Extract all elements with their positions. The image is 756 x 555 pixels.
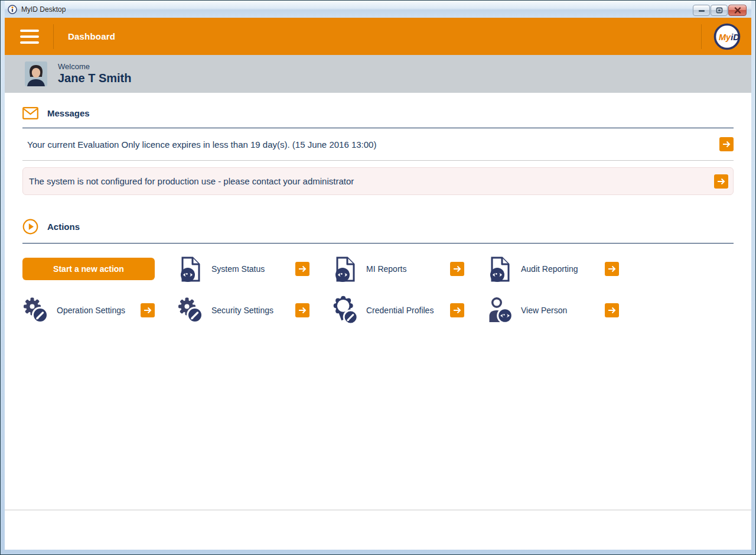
arrow-right-icon <box>450 303 464 317</box>
svg-text:MyiD: MyiD <box>719 32 739 41</box>
message-open-button[interactable] <box>714 174 728 189</box>
app-icon <box>8 5 17 14</box>
section-divider <box>22 243 734 244</box>
action-label: System Status <box>211 264 265 274</box>
welcome-label: Welcome <box>58 63 131 72</box>
action-item-security-settings[interactable]: Security Settings <box>177 297 332 324</box>
arrow-right-icon <box>295 262 309 276</box>
minimize-button[interactable] <box>693 5 710 16</box>
action-item-system-status[interactable]: System Status <box>177 255 332 283</box>
page-title: Dashboard <box>68 31 115 41</box>
messages-heading: Messages <box>22 107 734 119</box>
header-divider <box>701 24 702 49</box>
action-item-mi-reports[interactable]: MI Reports <box>332 255 487 283</box>
action-open-button[interactable] <box>295 262 309 276</box>
main-content: Messages Your current Evaluation Only li… <box>5 93 751 550</box>
action-label: Audit Reporting <box>521 264 578 274</box>
window-titlebar[interactable]: MyID Desktop <box>5 1 751 18</box>
actions-grid: Start a new action System Status MI Repo… <box>22 255 734 324</box>
menu-button[interactable] <box>20 30 39 44</box>
action-open-button[interactable] <box>141 303 155 317</box>
action-label: Operation Settings <box>57 306 125 315</box>
user-name: Jane T Smith <box>58 72 131 85</box>
report-eye-icon <box>177 255 204 283</box>
maximize-icon <box>716 7 723 14</box>
action-open-button[interactable] <box>450 303 464 317</box>
actions-heading-label: Actions <box>47 222 80 232</box>
action-item-operation-settings[interactable]: Operation Settings <box>22 297 177 324</box>
app-window: MyID Desktop Dashboard MyiD <box>0 0 756 555</box>
start-new-action-button[interactable]: Start a new action <box>22 258 155 280</box>
avatar <box>25 61 47 86</box>
message-text: The system is not configured for product… <box>29 176 354 186</box>
gear-edit-icon <box>22 297 50 324</box>
brand-logo: MyiD <box>713 23 741 50</box>
action-open-button[interactable] <box>605 303 619 317</box>
message-open-button[interactable] <box>719 137 734 151</box>
action-open-button[interactable] <box>450 262 464 276</box>
message-text: Your current Evaluation Only licence exp… <box>27 139 376 150</box>
maximize-button[interactable] <box>711 5 728 16</box>
arrow-right-icon <box>295 303 309 317</box>
messages-heading-label: Messages <box>47 108 90 118</box>
arrow-right-icon <box>450 262 464 276</box>
arrow-right-icon <box>605 262 619 276</box>
action-open-button[interactable] <box>295 303 309 317</box>
action-start-cell: Start a new action <box>22 255 177 283</box>
message-row-licence[interactable]: Your current Evaluation Only licence exp… <box>22 128 734 160</box>
welcome-bar: Welcome Jane T Smith <box>5 55 751 93</box>
window-title: MyID Desktop <box>21 5 66 14</box>
header-divider <box>53 24 54 49</box>
gear-edit-icon <box>177 297 204 324</box>
minimize-icon <box>698 8 705 14</box>
action-item-view-person[interactable]: View Person <box>487 297 641 324</box>
actions-heading: Actions <box>22 219 734 235</box>
arrow-right-icon <box>714 174 728 189</box>
mail-icon <box>22 107 38 119</box>
badge-edit-icon <box>332 297 359 324</box>
message-row-alert[interactable]: The system is not configured for product… <box>22 167 734 195</box>
close-icon <box>734 7 741 14</box>
action-item-credential-profiles[interactable]: Credential Profiles <box>332 297 487 324</box>
arrow-right-icon <box>605 303 619 317</box>
action-label: View Person <box>521 306 567 315</box>
row-divider <box>22 160 734 161</box>
arrow-right-icon <box>719 137 734 151</box>
person-eye-icon <box>487 297 514 324</box>
app-header: Dashboard MyiD <box>5 18 751 55</box>
report-eye-icon <box>332 255 359 283</box>
play-icon <box>22 219 38 235</box>
action-label: Credential Profiles <box>366 306 434 315</box>
hamburger-icon <box>20 30 39 32</box>
close-button[interactable] <box>728 5 747 16</box>
footer-area <box>5 511 751 550</box>
action-open-button[interactable] <box>605 262 619 276</box>
report-eye-icon <box>487 255 514 283</box>
arrow-right-icon <box>141 303 155 317</box>
action-label: Security Settings <box>211 306 273 315</box>
action-label: MI Reports <box>366 264 406 274</box>
action-item-audit-reporting[interactable]: Audit Reporting <box>487 255 641 283</box>
